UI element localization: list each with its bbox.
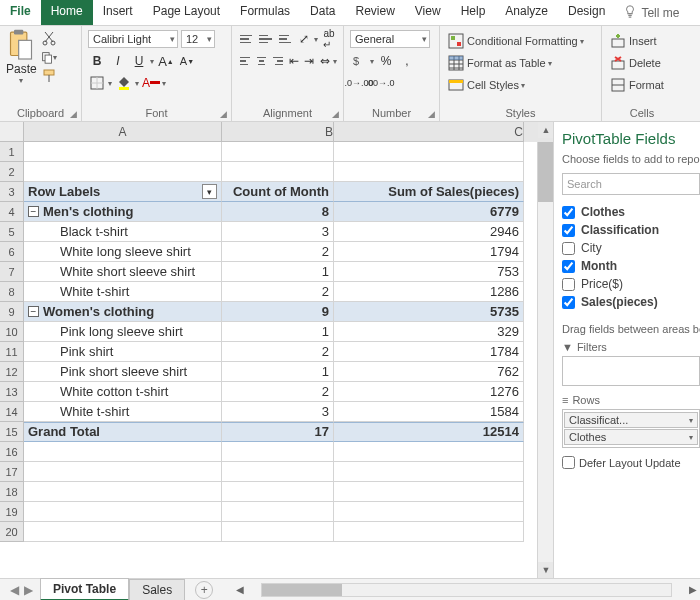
sheet-tab-pivot-table[interactable]: Pivot Table [40,578,129,600]
cell[interactable]: 3 [222,222,334,242]
number-format-combo[interactable]: General [350,30,430,48]
cell[interactable]: 753 [334,262,524,282]
row-header[interactable]: 19 [0,502,24,522]
cell[interactable]: White t-shirt [24,402,222,422]
row-header[interactable]: 17 [0,462,24,482]
cell[interactable] [24,482,222,502]
cell[interactable] [334,462,524,482]
row-header[interactable]: 9 [0,302,24,322]
field-city[interactable]: City [562,239,700,257]
hscroll-left-icon[interactable]: ◀ [233,584,247,595]
cell[interactable] [222,482,334,502]
rows-item-clothes[interactable]: Clothes▾ [564,429,698,445]
font-launcher-icon[interactable]: ◢ [220,109,227,119]
row-header[interactable]: 13 [0,382,24,402]
cell[interactable]: Sum of Sales(pieces) [334,182,524,202]
borders-icon[interactable] [88,74,106,92]
field-checkbox[interactable] [562,260,575,273]
format-painter-icon[interactable] [41,68,57,84]
field-month[interactable]: Month [562,257,700,275]
cell[interactable]: 1 [222,362,334,382]
row-header[interactable]: 6 [0,242,24,262]
hscroll-thumb[interactable] [262,584,342,596]
cell[interactable] [222,502,334,522]
fill-color-icon[interactable] [115,74,133,92]
format-cells-button[interactable]: Format [608,76,676,94]
menu-help[interactable]: Help [451,0,496,25]
cell[interactable] [222,462,334,482]
menu-formulas[interactable]: Formulas [230,0,300,25]
cell[interactable]: Pink short sleeve shirt [24,362,222,382]
cell[interactable]: 5735 [334,302,524,322]
cell[interactable]: White short sleeve shirt [24,262,222,282]
row-header[interactable]: 8 [0,282,24,302]
field-checkbox[interactable] [562,206,575,219]
cell[interactable]: 2 [222,242,334,262]
row-header[interactable]: 12 [0,362,24,382]
cell[interactable]: White long sleeve shirt [24,242,222,262]
spreadsheet-grid[interactable]: A B C 123Row LabelsCount of MonthSum of … [0,122,554,578]
menu-review[interactable]: Review [345,0,404,25]
decrease-font-icon[interactable]: A▼ [178,52,196,70]
cell[interactable]: 2946 [334,222,524,242]
cut-icon[interactable] [41,30,57,46]
cell[interactable]: 1 [222,322,334,342]
scroll-up-icon[interactable]: ▲ [538,122,554,138]
cell[interactable]: 2 [222,382,334,402]
menu-design[interactable]: Design [558,0,615,25]
field-classification[interactable]: Classification [562,221,700,239]
col-header-b[interactable]: B [222,122,334,142]
cell[interactable]: 3 [222,402,334,422]
menu-page-layout[interactable]: Page Layout [143,0,230,25]
row-header[interactable]: 7 [0,262,24,282]
cell[interactable]: 1276 [334,382,524,402]
collapse-icon[interactable]: − [28,206,39,217]
decrease-decimal-icon[interactable]: .00→.0 [371,74,389,92]
sheet-tab-sales[interactable]: Sales [129,579,185,600]
hscroll-right-icon[interactable]: ▶ [686,584,700,595]
cell[interactable]: 329 [334,322,524,342]
align-top-icon[interactable] [238,30,254,48]
row-header[interactable]: 18 [0,482,24,502]
row-header[interactable]: 10 [0,322,24,342]
row-header[interactable]: 4 [0,202,24,222]
cell[interactable] [222,142,334,162]
field-checkbox[interactable] [562,242,575,255]
new-sheet-button[interactable]: + [195,581,213,599]
insert-cells-button[interactable]: Insert [608,32,676,50]
cell[interactable] [24,502,222,522]
filter-dropdown-icon[interactable] [202,184,217,199]
tell-me[interactable]: Tell me [615,0,687,25]
increase-indent-icon[interactable]: ⇥ [303,52,315,70]
align-left-icon[interactable] [238,52,252,70]
conditional-formatting-button[interactable]: Conditional Formatting▾ [446,32,595,50]
font-size-combo[interactable]: 12 [181,30,215,48]
cell[interactable]: 762 [334,362,524,382]
cell[interactable]: 17 [222,422,334,442]
collapse-icon[interactable]: − [28,306,39,317]
alignment-launcher-icon[interactable]: ◢ [332,109,339,119]
rows-item-classification[interactable]: Classificat...▾ [564,412,698,428]
accounting-format-icon[interactable]: $ [350,52,368,70]
cell[interactable]: 1584 [334,402,524,422]
row-header[interactable]: 15 [0,422,24,442]
cell[interactable] [334,162,524,182]
field-price-[interactable]: Price($) [562,275,700,293]
cell[interactable] [334,142,524,162]
align-center-icon[interactable] [255,52,269,70]
format-as-table-button[interactable]: Format as Table▾ [446,54,595,72]
horizontal-scrollbar[interactable] [261,583,672,597]
merge-center-icon[interactable]: ⇔ [319,52,331,70]
clipboard-launcher-icon[interactable]: ◢ [70,109,77,119]
cell[interactable]: Pink shirt [24,342,222,362]
field-sales-pieces-[interactable]: Sales(pieces) [562,293,700,311]
italic-button[interactable]: I [109,52,127,70]
filters-zone[interactable] [562,356,700,386]
tab-nav-next-icon[interactable]: ▶ [18,583,38,597]
row-header[interactable]: 3 [0,182,24,202]
field-clothes[interactable]: Clothes [562,203,700,221]
menu-data[interactable]: Data [300,0,345,25]
cell[interactable]: 1784 [334,342,524,362]
cell[interactable]: 2 [222,342,334,362]
cell[interactable]: White cotton t-shirt [24,382,222,402]
